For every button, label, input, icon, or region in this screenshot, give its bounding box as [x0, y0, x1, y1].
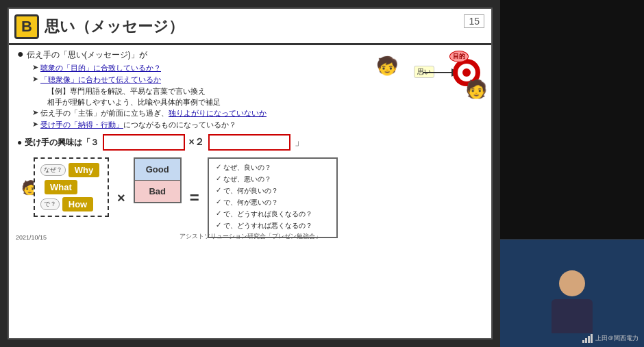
diagram-box: 🧒 思い [376, 45, 486, 100]
why-row: なぜ？ Why [40, 163, 102, 177]
times-sign: × [117, 190, 125, 206]
main-content: B 思い（メッセージ） 15 🧒 思い [0, 0, 644, 347]
what-label: What [45, 180, 77, 194]
bullet-sub-4: ➤ 受け手の「納得・行動」につながるものになっているか？ [17, 120, 483, 130]
interest-section: ● 受け手の興味は「３ ×２ 」 [17, 134, 483, 151]
interest-bracket-close: 」 [295, 136, 304, 149]
sub2-text: 「聴衆像」に合わせて伝えているか [40, 75, 161, 85]
check-item-5: ✓ で、どうすれば良くなるの？ [216, 209, 330, 219]
person-figure-right: 🧑 [465, 79, 487, 100]
bar-1 [582, 340, 584, 343]
bad-cell: Bad [135, 181, 180, 202]
arrow-4: ➤ [32, 120, 38, 129]
slide-area: B 思い（メッセージ） 15 🧒 思い [0, 0, 500, 347]
sub1-text: 聴衆の「目的」に合致しているか？ [40, 63, 161, 73]
webcam-feed: 上田＠関西電力 [500, 239, 644, 347]
naze-bubble: なぜ？ [40, 164, 66, 176]
target-center [462, 68, 471, 77]
check-text-6: で、どうすれば悪くなるの？ [223, 221, 312, 231]
check-text-3: で、何が良いの？ [223, 186, 278, 196]
slide-footer-date: 2021/10/15 [16, 234, 47, 241]
arrow-2: ➤ [32, 75, 38, 83]
webcam-area: 上田＠関西電力 [500, 0, 644, 347]
checklist-box: ✓ なぜ、良いの？ ✓ なぜ、悪いの？ ✓ で、何が良いの？ ✓ [208, 157, 338, 238]
check-mark-3: ✓ [216, 186, 221, 194]
slide-body: 🧒 思い [9, 45, 491, 244]
slide-footer-center: アシストソリューション研究会「プレゼン勉強会」 [179, 232, 321, 241]
check-mark-4: ✓ [216, 198, 221, 205]
webcam-dark-top [500, 0, 644, 239]
arrow-3: ➤ [32, 108, 38, 117]
good-cell: Good [135, 159, 180, 181]
check-item-1: ✓ なぜ、良いの？ [216, 163, 330, 172]
bar-2 [585, 338, 587, 343]
interest-box-2 [208, 134, 290, 151]
slide: B 思い（メッセージ） 15 🧒 思い [8, 8, 493, 339]
arrow-1: ➤ [32, 63, 38, 72]
bullet-dot-1: ● [17, 49, 24, 60]
good-bad-box: Good Bad [134, 157, 182, 203]
check-item-6: ✓ で、どうすれば悪くなるの？ [216, 221, 330, 231]
slide-number: 15 [464, 14, 484, 28]
how-row: で？ How [40, 197, 102, 211]
slide-badge: B [14, 14, 39, 39]
interest-box-1 [103, 134, 185, 151]
sub3-text: 伝え手の「主張」が前面に立ち過ぎ、独りよがりになっていないか [40, 108, 267, 118]
check-text-1: なぜ、良いの？ [223, 163, 271, 172]
diagram-area: 🧒 思い [376, 45, 486, 103]
check-text-4: で、何が悪いの？ [223, 198, 278, 207]
mokuteki-label: 目的 [449, 51, 469, 62]
multiply-sign: ×２ [189, 136, 204, 149]
sub4-text: 受け手の「納得・行動」につながるものになっているか？ [40, 120, 236, 130]
check-text-2: なぜ、悪いの？ [223, 175, 271, 184]
person-silhouette [552, 270, 593, 333]
check-item-4: ✓ で、何が悪いの？ [216, 198, 330, 207]
person-body [552, 299, 593, 333]
check-mark-5: ✓ [216, 209, 221, 217]
slide-header: B 思い（メッセージ） 15 [9, 9, 491, 45]
bullet-main-text-1: 伝え手の「思い(メッセージ)」が [27, 49, 147, 61]
how-label: How [62, 197, 93, 211]
person-figure-left: 🧒 [376, 55, 398, 77]
person-head [559, 270, 585, 296]
what-row: What [40, 180, 102, 194]
check-item-3: ✓ で、何が良いの？ [216, 186, 330, 196]
de-bubble: で？ [40, 198, 60, 210]
bar-3 [588, 336, 590, 343]
equals-sign: = [190, 188, 199, 207]
webcam-label: 上田＠関西電力 [582, 334, 639, 343]
interest-label: ● 受け手の興味は「３ [17, 137, 99, 149]
why-what-how-box: なぜ？ Why What で？ How [34, 157, 109, 217]
bar-4 [591, 334, 593, 343]
check-mark-2: ✓ [216, 175, 221, 182]
why-what-how-container: 🧑 なぜ？ Why What [34, 157, 109, 217]
why-inner: なぜ？ Why What で？ How [40, 163, 102, 211]
slide-title: 思い（メッセージ） [45, 16, 184, 37]
check-item-2: ✓ なぜ、悪いの？ [216, 175, 330, 184]
bullet-sub-3: ➤ 伝え手の「主張」が前面に立ち過ぎ、独りよがりになっていないか [17, 108, 483, 118]
why-label: Why [69, 163, 99, 177]
bottom-diagram: 🧑 なぜ？ Why What [17, 155, 483, 241]
signal-bars [582, 334, 593, 343]
check-mark-6: ✓ [216, 221, 221, 229]
check-mark-1: ✓ [216, 163, 221, 170]
check-text-5: で、どうすれば良くなるの？ [223, 209, 312, 219]
webcam-name: 上田＠関西電力 [595, 334, 639, 343]
